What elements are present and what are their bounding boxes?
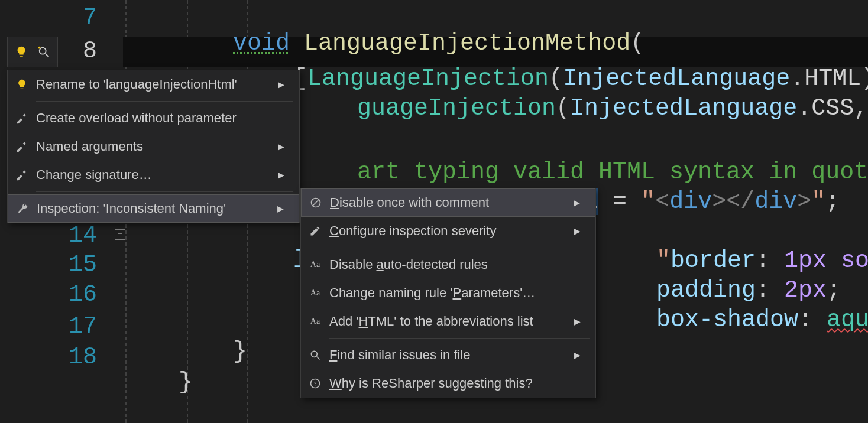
hammer-icon [8,169,36,181]
pencil-icon [301,225,329,237]
menu-item-label: Disable auto-detected rules [329,257,574,272]
menu-item-label: Disable once with comment [330,195,574,210]
svg-point-0 [40,48,46,54]
submenu-arrow-icon: ▶ [277,204,286,213]
svg-point-2 [38,47,41,49]
fold-toggle[interactable]: − [115,229,125,240]
hammer-icon [8,141,36,152]
aa-icon: Aa [301,288,329,298]
menu-item-add-abbreviation[interactable]: Aa Add 'HTML' to the abbreviations list … [301,307,595,336]
disable-icon [302,197,330,209]
menu-item-change-naming-rule[interactable]: Aa Change naming rule 'Parameters'… [301,279,595,307]
inspection-submenu[interactable]: Disable once with comment ▶ Configure in… [300,188,596,398]
quickfix-menu[interactable]: Rename to 'languageInjectionHtml' ▶ Crea… [7,70,300,223]
svg-text:?: ? [314,380,317,387]
menu-item-create-overload[interactable]: Create overload without parameter [8,104,299,132]
menu-item-label: Inspection: 'Inconsistent Naming' [37,201,277,216]
svg-point-5 [311,351,317,357]
menu-item-label: Rename to 'languageInjectionHtml' [36,77,278,92]
bulb-icon[interactable] [15,45,28,58]
menu-item-label: Create overload without parameter [36,110,278,126]
menu-item-disable-auto-rules[interactable]: Aa Disable auto-detected rules [301,250,595,279]
submenu-arrow-icon: ▶ [574,350,582,360]
svg-line-4 [313,200,319,206]
line-number: 7 [0,4,97,33]
submenu-arrow-icon: ▶ [574,317,582,326]
menu-item-label: Find similar issues in file [329,347,574,363]
bulb-icon [8,79,36,90]
aa-icon: Aa [301,260,329,269]
menu-item-label: Named arguments [36,139,278,154]
menu-item-configure-severity[interactable]: Configure inspection severity ▶ [301,217,595,245]
hammer-icon [8,112,36,124]
inspect-icon[interactable] [37,45,50,58]
submenu-arrow-icon: ▶ [278,142,286,151]
submenu-arrow-icon: ▶ [278,170,286,180]
submenu-arrow-icon: ▶ [574,198,582,207]
action-indicator-bar[interactable] [7,37,58,67]
menu-item-label: Add 'HTML' to the abbreviations list [329,314,574,329]
menu-item-label: Change naming rule 'Parameters'… [329,285,574,301]
code-line-16[interactable]: box-shadow: aquama [600,280,868,360]
menu-item-why[interactable]: ? Why is ReSharper suggesting this? [301,369,595,398]
line-number: 15 [0,250,97,280]
code-line-18[interactable]: } [122,343,193,422]
line-number: 14 [0,221,97,250]
line-number: 17 [0,312,97,341]
menu-item-label: Configure inspection severity [329,223,574,239]
svg-line-1 [46,54,49,57]
aa-icon: Aa [301,317,329,326]
search-icon [301,349,329,361]
menu-item-inspection[interactable]: Inspection: 'Inconsistent Naming' ▶ [8,194,299,223]
menu-item-label: Change signature… [36,167,278,183]
menu-item-named-arguments[interactable]: Named arguments ▶ [8,132,299,161]
wrench-icon [8,203,37,214]
help-icon: ? [301,378,329,389]
submenu-arrow-icon: ▶ [278,80,286,89]
menu-item-rename[interactable]: Rename to 'languageInjectionHtml' ▶ [8,70,299,99]
line-number: 18 [0,343,97,372]
menu-item-label: Why is ReSharper suggesting this? [329,376,574,391]
line-number: 16 [0,280,97,310]
menu-item-change-signature[interactable]: Change signature… ▶ [8,161,299,189]
menu-item-disable-once[interactable]: Disable once with comment ▶ [301,188,595,217]
svg-line-6 [317,357,320,360]
menu-item-find-similar[interactable]: Find similar issues in file ▶ [301,341,595,369]
submenu-arrow-icon: ▶ [574,226,582,236]
